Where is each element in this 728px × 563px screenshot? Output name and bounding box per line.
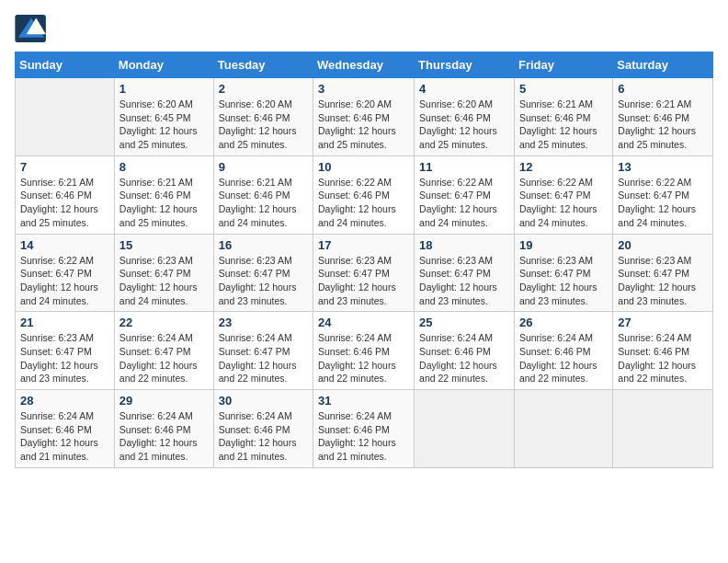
weekday-header-wednesday: Wednesday <box>313 52 415 78</box>
day-info: Sunrise: 6:24 AM Sunset: 6:47 PM Dayligh… <box>219 331 308 385</box>
calendar-cell: 21Sunrise: 6:23 AM Sunset: 6:47 PM Dayli… <box>16 312 115 390</box>
day-number: 11 <box>419 160 509 174</box>
weekday-header-monday: Monday <box>114 52 213 78</box>
day-number: 1 <box>119 82 209 96</box>
day-number: 25 <box>419 316 509 329</box>
calendar-cell: 10Sunrise: 6:22 AM Sunset: 6:46 PM Dayli… <box>313 155 415 234</box>
day-number: 22 <box>119 316 209 329</box>
calendar-cell: 30Sunrise: 6:24 AM Sunset: 6:46 PM Dayli… <box>213 390 313 468</box>
calendar-cell: 18Sunrise: 6:23 AM Sunset: 6:47 PM Dayli… <box>415 234 515 312</box>
day-info: Sunrise: 6:20 AM Sunset: 6:46 PM Dayligh… <box>318 98 409 152</box>
day-info: Sunrise: 6:23 AM Sunset: 6:47 PM Dayligh… <box>219 254 308 308</box>
calendar-cell: 13Sunrise: 6:22 AM Sunset: 6:47 PM Dayli… <box>613 155 713 234</box>
calendar-cell: 8Sunrise: 6:21 AM Sunset: 6:46 PM Daylig… <box>114 155 213 234</box>
day-info: Sunrise: 6:23 AM Sunset: 6:47 PM Dayligh… <box>20 331 109 385</box>
calendar-table: SundayMondayTuesdayWednesdayThursdayFrid… <box>15 52 713 468</box>
day-info: Sunrise: 6:23 AM Sunset: 6:47 PM Dayligh… <box>419 254 509 308</box>
day-info: Sunrise: 6:21 AM Sunset: 6:46 PM Dayligh… <box>20 176 109 230</box>
calendar-cell: 7Sunrise: 6:21 AM Sunset: 6:46 PM Daylig… <box>16 155 115 234</box>
day-number: 8 <box>119 160 209 174</box>
day-number: 28 <box>20 394 109 408</box>
logo <box>15 15 51 42</box>
calendar-cell: 14Sunrise: 6:22 AM Sunset: 6:47 PM Dayli… <box>16 234 115 312</box>
day-info: Sunrise: 6:23 AM Sunset: 6:47 PM Dayligh… <box>318 254 409 308</box>
day-number: 13 <box>618 160 708 174</box>
day-number: 26 <box>519 316 608 329</box>
calendar-cell: 28Sunrise: 6:24 AM Sunset: 6:46 PM Dayli… <box>16 390 115 468</box>
calendar-cell: 5Sunrise: 6:21 AM Sunset: 6:46 PM Daylig… <box>514 78 612 156</box>
day-info: Sunrise: 6:24 AM Sunset: 6:46 PM Dayligh… <box>318 409 409 464</box>
weekday-header-tuesday: Tuesday <box>213 52 313 78</box>
calendar-cell: 15Sunrise: 6:23 AM Sunset: 6:47 PM Dayli… <box>114 234 213 312</box>
calendar-cell: 19Sunrise: 6:23 AM Sunset: 6:47 PM Dayli… <box>514 234 612 312</box>
calendar-cell: 23Sunrise: 6:24 AM Sunset: 6:47 PM Dayli… <box>213 312 313 390</box>
day-info: Sunrise: 6:22 AM Sunset: 6:47 PM Dayligh… <box>519 176 608 230</box>
day-info: Sunrise: 6:22 AM Sunset: 6:47 PM Dayligh… <box>618 176 708 230</box>
calendar-cell <box>514 390 612 468</box>
calendar-cell: 27Sunrise: 6:24 AM Sunset: 6:46 PM Dayli… <box>613 312 713 390</box>
calendar-cell: 24Sunrise: 6:24 AM Sunset: 6:46 PM Dayli… <box>313 312 415 390</box>
day-info: Sunrise: 6:21 AM Sunset: 6:46 PM Dayligh… <box>519 98 608 152</box>
day-number: 7 <box>20 160 109 174</box>
day-number: 24 <box>318 316 409 329</box>
calendar-cell: 20Sunrise: 6:23 AM Sunset: 6:47 PM Dayli… <box>613 234 713 312</box>
calendar-cell <box>415 390 515 468</box>
calendar-cell: 9Sunrise: 6:21 AM Sunset: 6:46 PM Daylig… <box>213 155 313 234</box>
day-info: Sunrise: 6:24 AM Sunset: 6:46 PM Dayligh… <box>119 409 209 464</box>
day-number: 15 <box>119 238 209 252</box>
day-info: Sunrise: 6:24 AM Sunset: 6:47 PM Dayligh… <box>119 331 209 385</box>
day-info: Sunrise: 6:22 AM Sunset: 6:47 PM Dayligh… <box>20 254 109 308</box>
calendar-cell: 1Sunrise: 6:20 AM Sunset: 6:45 PM Daylig… <box>114 78 213 156</box>
day-number: 14 <box>20 238 109 252</box>
day-info: Sunrise: 6:21 AM Sunset: 6:46 PM Dayligh… <box>119 176 209 230</box>
day-info: Sunrise: 6:20 AM Sunset: 6:46 PM Dayligh… <box>219 98 308 152</box>
day-number: 4 <box>419 82 509 96</box>
day-number: 27 <box>618 316 708 329</box>
calendar-cell <box>16 78 115 156</box>
day-number: 30 <box>219 394 308 408</box>
page-header <box>15 15 713 42</box>
weekday-header-thursday: Thursday <box>415 52 515 78</box>
day-info: Sunrise: 6:24 AM Sunset: 6:46 PM Dayligh… <box>318 331 409 385</box>
calendar-cell: 6Sunrise: 6:21 AM Sunset: 6:46 PM Daylig… <box>613 78 713 156</box>
day-info: Sunrise: 6:24 AM Sunset: 6:46 PM Dayligh… <box>519 331 608 385</box>
day-number: 5 <box>519 82 608 96</box>
day-info: Sunrise: 6:23 AM Sunset: 6:47 PM Dayligh… <box>618 254 708 308</box>
day-number: 2 <box>219 82 308 96</box>
calendar-cell: 4Sunrise: 6:20 AM Sunset: 6:46 PM Daylig… <box>415 78 515 156</box>
day-number: 31 <box>318 394 409 408</box>
calendar-cell: 12Sunrise: 6:22 AM Sunset: 6:47 PM Dayli… <box>514 155 612 234</box>
day-number: 6 <box>618 82 708 96</box>
day-number: 23 <box>219 316 308 329</box>
day-info: Sunrise: 6:22 AM Sunset: 6:46 PM Dayligh… <box>318 176 409 230</box>
day-info: Sunrise: 6:24 AM Sunset: 6:46 PM Dayligh… <box>219 409 308 464</box>
day-info: Sunrise: 6:23 AM Sunset: 6:47 PM Dayligh… <box>119 254 209 308</box>
calendar-cell: 25Sunrise: 6:24 AM Sunset: 6:46 PM Dayli… <box>415 312 515 390</box>
calendar-cell: 29Sunrise: 6:24 AM Sunset: 6:46 PM Dayli… <box>114 390 213 468</box>
calendar-cell: 22Sunrise: 6:24 AM Sunset: 6:47 PM Dayli… <box>114 312 213 390</box>
day-info: Sunrise: 6:23 AM Sunset: 6:47 PM Dayligh… <box>519 254 608 308</box>
calendar-cell: 2Sunrise: 6:20 AM Sunset: 6:46 PM Daylig… <box>213 78 313 156</box>
day-number: 9 <box>219 160 308 174</box>
day-number: 19 <box>519 238 608 252</box>
day-number: 21 <box>20 316 109 329</box>
calendar-cell: 3Sunrise: 6:20 AM Sunset: 6:46 PM Daylig… <box>313 78 415 156</box>
day-info: Sunrise: 6:20 AM Sunset: 6:46 PM Dayligh… <box>419 98 509 152</box>
day-info: Sunrise: 6:21 AM Sunset: 6:46 PM Dayligh… <box>219 176 308 230</box>
day-info: Sunrise: 6:20 AM Sunset: 6:45 PM Dayligh… <box>119 98 209 152</box>
calendar-cell: 11Sunrise: 6:22 AM Sunset: 6:47 PM Dayli… <box>415 155 515 234</box>
weekday-header-friday: Friday <box>514 52 612 78</box>
day-number: 10 <box>318 160 409 174</box>
weekday-header-sunday: Sunday <box>16 52 115 78</box>
day-info: Sunrise: 6:24 AM Sunset: 6:46 PM Dayligh… <box>20 409 109 464</box>
day-number: 3 <box>318 82 409 96</box>
calendar-cell <box>613 390 713 468</box>
day-number: 20 <box>618 238 708 252</box>
day-number: 18 <box>419 238 509 252</box>
day-number: 17 <box>318 238 409 252</box>
calendar-cell: 26Sunrise: 6:24 AM Sunset: 6:46 PM Dayli… <box>514 312 612 390</box>
day-info: Sunrise: 6:24 AM Sunset: 6:46 PM Dayligh… <box>618 331 708 385</box>
day-info: Sunrise: 6:21 AM Sunset: 6:46 PM Dayligh… <box>618 98 708 152</box>
logo-icon <box>15 15 48 42</box>
weekday-header-saturday: Saturday <box>613 52 713 78</box>
